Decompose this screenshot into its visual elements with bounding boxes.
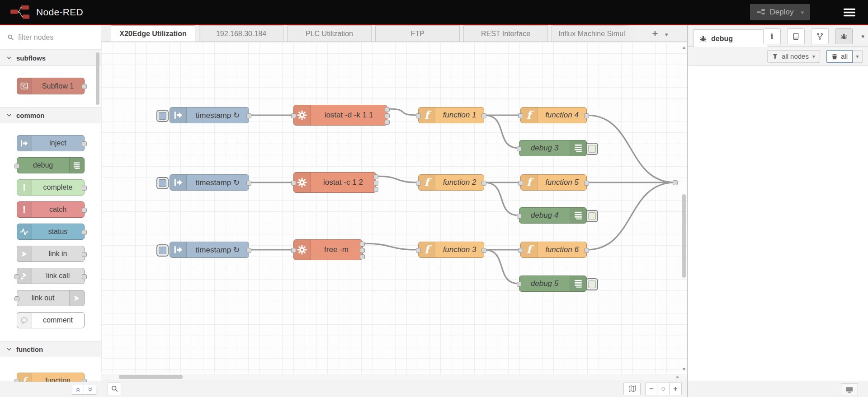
flow-node-function-6[interactable]: ffunction 6 [520, 242, 587, 258]
input-port[interactable] [518, 181, 523, 186]
output-port[interactable] [82, 84, 87, 89]
output-port[interactable] [360, 248, 365, 253]
vscroll-down-arrow[interactable]: ▾ [683, 366, 685, 372]
flow-node-debug-5[interactable]: debug 5 [519, 276, 587, 292]
wire-9[interactable] [484, 182, 519, 215]
tab-list-caret[interactable]: ▾ [665, 31, 668, 38]
input-port[interactable] [14, 296, 19, 301]
debug-toggle-button[interactable] [586, 278, 598, 290]
palette-node-inject[interactable]: inject [17, 135, 85, 151]
collapse-categories-button[interactable] [72, 385, 84, 395]
output-port[interactable] [584, 181, 589, 186]
category-function[interactable]: function [0, 341, 101, 357]
deploy-caret-icon[interactable]: ▾ [801, 9, 804, 16]
palette-scrollbar-thumb[interactable] [96, 52, 99, 105]
output-port[interactable] [246, 181, 251, 186]
flow-node-function-5[interactable]: ffunction 5 [520, 174, 587, 191]
output-port[interactable] [82, 208, 87, 213]
zoom-out-button[interactable]: − [645, 383, 657, 395]
vscroll-up-arrow[interactable]: ▴ [683, 44, 685, 50]
output-port[interactable] [584, 113, 589, 118]
output-port[interactable] [82, 186, 87, 191]
add-flow-button[interactable]: + [649, 29, 661, 39]
output-port[interactable] [360, 242, 365, 247]
inject-button[interactable] [156, 110, 169, 122]
wire-5[interactable] [587, 115, 675, 182]
flow-node-function-1[interactable]: ffunction 1 [418, 107, 484, 123]
sidebar-tabs-caret[interactable]: ▾ [861, 33, 864, 40]
wire-14[interactable] [484, 250, 519, 284]
wire-12[interactable] [363, 243, 418, 250]
flow-tab-5[interactable]: REST Interface [463, 25, 548, 42]
output-port[interactable] [373, 181, 378, 186]
info-tab-button[interactable]: i [763, 28, 781, 44]
flow-node-timestamp-[interactable]: timestamp ↻ [170, 107, 249, 123]
output-port[interactable] [82, 230, 87, 235]
output-port[interactable] [584, 248, 589, 253]
main-menu-button[interactable] [844, 7, 857, 17]
input-port[interactable] [416, 181, 421, 186]
input-port[interactable] [291, 181, 296, 186]
flow-tab-2[interactable]: 192.168.30.184 [199, 25, 283, 42]
output-port[interactable] [82, 141, 87, 146]
debug-clear-caret-button[interactable]: ▾ [853, 50, 863, 63]
input-port[interactable] [291, 248, 296, 253]
palette-node-complete[interactable]: !complete [17, 179, 85, 196]
help-tab-button[interactable] [787, 28, 805, 44]
offscreen-node-input-port[interactable] [673, 180, 678, 185]
palette-node-link-in[interactable]: link in [17, 246, 85, 262]
output-port[interactable] [360, 254, 365, 259]
flow-node-function-4[interactable]: ffunction 4 [520, 107, 587, 123]
output-port[interactable] [481, 248, 486, 253]
output-port[interactable] [373, 187, 378, 192]
category-common[interactable]: common [0, 107, 101, 123]
zoom-reset-button[interactable]: ○ [657, 383, 670, 395]
input-port[interactable] [518, 113, 523, 118]
flow-tab-6[interactable]: Influx Machine Simul [552, 25, 636, 42]
deploy-button[interactable]: Deploy ▾ [750, 4, 810, 20]
palette-node-subflow-1[interactable]: Subflow 1 [17, 78, 85, 94]
palette-node-status[interactable]: status [17, 224, 85, 240]
category-subflows[interactable]: subflows [0, 50, 101, 66]
flow-node-timestamp-[interactable]: timestamp ↻ [170, 174, 249, 191]
flow-tab-4[interactable]: FTP [375, 25, 460, 42]
input-port[interactable] [517, 146, 522, 151]
flow-node-function-3[interactable]: ffunction 3 [418, 242, 484, 258]
filter-nodes-input[interactable] [18, 33, 90, 42]
input-port[interactable] [14, 163, 19, 168]
inject-button[interactable] [156, 244, 169, 257]
debug-toggle-button[interactable] [586, 210, 598, 222]
flow-node-iostat-d-k-1-1[interactable]: iostat -d -k 1 1 [293, 105, 387, 126]
output-port[interactable] [246, 113, 251, 118]
wire-15[interactable] [587, 182, 675, 250]
flow-canvas[interactable]: ▴ ▾ timestamp ↻iostat -d -k 1 1ffunction… [101, 42, 687, 374]
sidebar-tab-debug[interactable]: debug [693, 29, 768, 47]
input-port[interactable] [517, 282, 522, 287]
canvas-search-button[interactable] [108, 383, 121, 395]
open-in-window-button[interactable] [841, 383, 858, 396]
flow-node-function-2[interactable]: ffunction 2 [418, 174, 484, 191]
navigator-map-button[interactable] [623, 383, 641, 395]
debug-filter-button[interactable]: all nodes ▾ [767, 50, 820, 63]
output-port[interactable] [385, 113, 390, 118]
hscroll-right-arrow[interactable]: ▸ [676, 374, 679, 380]
output-port[interactable] [481, 181, 486, 186]
palette-node-link-out[interactable]: link out [17, 290, 85, 306]
wire-7[interactable] [376, 176, 418, 182]
flow-node-debug-3[interactable]: debug 3 [519, 140, 587, 156]
flow-node-iostat-c-1-2[interactable]: iostat -c 1 2 [293, 172, 376, 193]
debug-toggle-button[interactable] [586, 143, 598, 155]
output-port[interactable] [82, 274, 87, 279]
output-port[interactable] [246, 248, 251, 253]
output-port[interactable] [385, 120, 390, 125]
palette-node-link-call[interactable]: link call [17, 268, 85, 284]
input-port[interactable] [291, 113, 296, 118]
projects-tab-button[interactable] [811, 28, 829, 44]
zoom-in-button[interactable]: + [670, 383, 682, 395]
input-port[interactable] [14, 274, 19, 279]
palette-node-debug[interactable]: debug [17, 157, 85, 173]
flow-node-debug-4[interactable]: debug 4 [519, 207, 587, 224]
flow-tab-1[interactable]: X20Edge Utilization [111, 25, 195, 42]
output-port[interactable] [385, 107, 390, 112]
flow-tab-3[interactable]: PLC Utilization [287, 25, 372, 42]
